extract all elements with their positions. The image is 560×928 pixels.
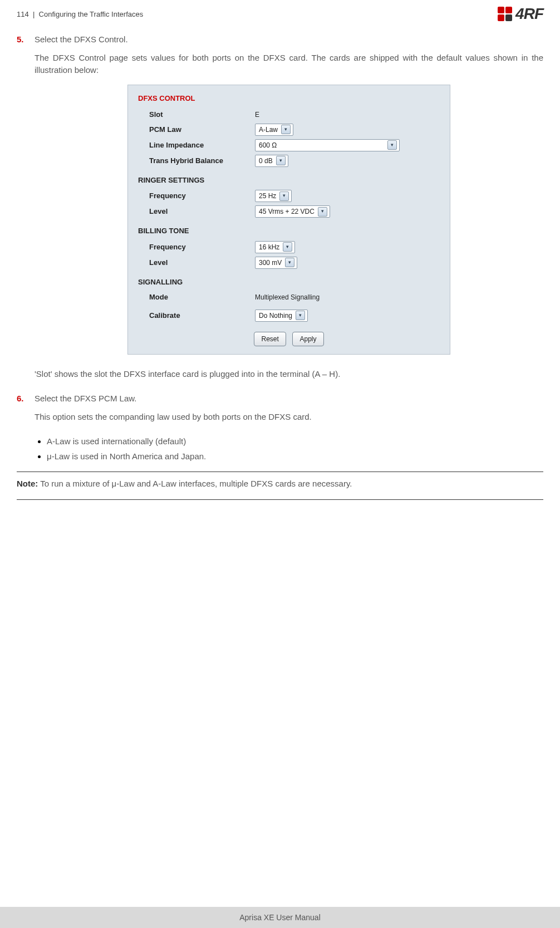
signalling-title: SIGNALLING: [138, 277, 440, 288]
divider: [17, 499, 543, 500]
button-row: Reset Apply: [138, 332, 440, 346]
mode-label: Mode: [138, 292, 255, 303]
slot-label: Slot: [138, 109, 255, 120]
row-mode: Mode Multiplexed Signalling: [138, 292, 440, 303]
bullet-text: μ-Law is used in North America and Japan…: [47, 451, 206, 461]
pcm-law-label: PCM Law: [138, 124, 255, 135]
ringer-level-select[interactable]: 45 Vrms + 22 VDC ▾: [255, 205, 330, 218]
step-6: 6. Select the DFXS PCM Law. This option …: [17, 392, 543, 431]
billing-tone-title: BILLING TONE: [138, 225, 440, 237]
step-desc: This option sets the companding law used…: [35, 411, 543, 424]
calibrate-label: Calibrate: [138, 310, 255, 321]
note-block: Note: To run a mixture of μ-Law and A-La…: [17, 478, 543, 490]
thb-label: Trans Hybrid Balance: [138, 155, 255, 166]
row-ringer-frequency: Frequency 25 Hz ▾: [138, 190, 440, 202]
divider: [17, 472, 543, 472]
note-text: To run a mixture of μ-Law and A-Law inte…: [38, 479, 352, 488]
pcm-law-value: A-Law: [259, 125, 278, 135]
row-ringer-level: Level 45 Vrms + 22 VDC ▾: [138, 205, 440, 218]
ringer-level-value: 45 Vrms + 22 VDC: [259, 207, 315, 217]
note-label: Note:: [17, 479, 38, 488]
row-line-impedance: Line Impedance 600 Ω ▾: [138, 139, 440, 151]
chevron-down-icon: ▾: [285, 258, 294, 267]
row-billing-level: Level 300 mV ▾: [138, 257, 440, 269]
thb-select[interactable]: 0 dB ▾: [255, 155, 288, 167]
billing-level-value: 300 mV: [259, 258, 282, 268]
footer-text: Aprisa XE User Manual: [239, 913, 321, 922]
page-number: 114: [17, 10, 29, 18]
pcm-law-select[interactable]: A-Law ▾: [255, 124, 293, 136]
calibrate-value: Do Nothing: [259, 311, 292, 321]
step-title: Select the DFXS Control.: [35, 33, 543, 46]
ringer-freq-value: 25 Hz: [259, 191, 276, 201]
apply-button[interactable]: Apply: [292, 332, 323, 346]
row-trans-hybrid-balance: Trans Hybrid Balance 0 dB ▾: [138, 155, 440, 167]
ringer-freq-select[interactable]: 25 Hz ▾: [255, 190, 292, 202]
calibrate-select[interactable]: Do Nothing ▾: [255, 310, 308, 322]
header-sep: |: [33, 10, 35, 18]
billing-freq-select[interactable]: 16 kHz ▾: [255, 241, 295, 253]
chevron-down-icon: ▾: [276, 156, 286, 165]
ringer-freq-label: Frequency: [138, 190, 255, 202]
billing-level-select[interactable]: 300 mV ▾: [255, 257, 297, 269]
row-slot: Slot E: [138, 109, 440, 120]
bullet-text: A-Law is used internationally (default): [47, 436, 186, 446]
logo-icon: [498, 7, 512, 21]
billing-freq-value: 16 kHz: [259, 242, 279, 252]
brand-logo: 4RF: [498, 5, 543, 23]
chevron-down-icon: ▾: [387, 140, 397, 150]
slot-note: 'Slot' shows the slot the DFXS interface…: [35, 368, 543, 381]
step-body: Select the DFXS PCM Law. This option set…: [35, 392, 543, 431]
chevron-down-icon: ▾: [283, 242, 292, 252]
header-left: 114 | Configuring the Traffic Interfaces: [17, 10, 143, 18]
logo-text: 4RF: [515, 5, 543, 23]
step-5: 5. Select the DFXS Control. The DFXS Con…: [17, 33, 543, 388]
chevron-down-icon: ▾: [279, 192, 289, 201]
billing-level-label: Level: [138, 257, 255, 268]
row-billing-frequency: Frequency 16 kHz ▾: [138, 241, 440, 253]
dfxs-control-panel: DFXS CONTROL Slot E PCM Law A-Law ▾ Li: [127, 85, 450, 355]
reset-button[interactable]: Reset: [254, 332, 286, 346]
chevron-down-icon: ▾: [281, 125, 291, 134]
line-impedance-select[interactable]: 600 Ω ▾: [255, 139, 400, 151]
row-pcm-law: PCM Law A-Law ▾: [138, 124, 440, 136]
step-number: 5.: [17, 33, 28, 388]
list-item: A-Law is used internationally (default): [47, 435, 543, 448]
chevron-down-icon: ▾: [296, 311, 305, 320]
list-item: μ-Law is used in North America and Japan…: [47, 450, 543, 463]
section-title: Configuring the Traffic Interfaces: [39, 10, 144, 18]
slot-value: E: [255, 110, 440, 120]
step-desc: The DFXS Control page sets values for bo…: [35, 52, 543, 77]
ringer-settings-title: RINGER SETTINGS: [138, 175, 440, 186]
mode-value: Multiplexed Signalling: [255, 292, 440, 302]
panel-title: DFXS CONTROL: [138, 93, 440, 104]
step-body: Select the DFXS Control. The DFXS Contro…: [35, 33, 543, 388]
page-content: 5. Select the DFXS Control. The DFXS Con…: [17, 33, 543, 505]
page-header: 114 | Configuring the Traffic Interfaces…: [0, 0, 560, 22]
billing-freq-label: Frequency: [138, 242, 255, 253]
thb-value: 0 dB: [259, 156, 273, 166]
line-impedance-value: 600 Ω: [259, 140, 277, 150]
bullet-list: A-Law is used internationally (default) …: [36, 435, 543, 463]
step-title: Select the DFXS PCM Law.: [35, 392, 543, 405]
page-footer: Aprisa XE User Manual: [0, 907, 560, 928]
chevron-down-icon: ▾: [318, 207, 327, 217]
row-calibrate: Calibrate Do Nothing ▾: [138, 310, 440, 322]
line-impedance-label: Line Impedance: [138, 140, 255, 151]
step-number: 6.: [17, 392, 28, 431]
ringer-level-label: Level: [138, 206, 255, 217]
